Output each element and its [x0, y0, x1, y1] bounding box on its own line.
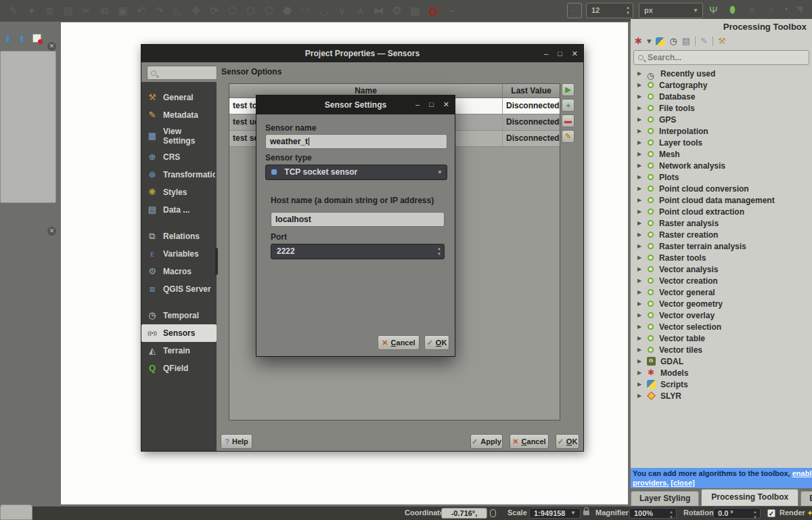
- fill-ring-icon[interactable]: ⬡: [242, 5, 260, 17]
- toolbox-group-models[interactable]: ▶Models: [631, 367, 812, 378]
- sidebar-item-crs[interactable]: ⊕CRS: [141, 148, 217, 166]
- toolbox-group-gdal[interactable]: ▶GDAL: [631, 355, 812, 367]
- minimize-icon[interactable]: –: [544, 50, 548, 58]
- toolbox-group-point-cloud-conversion[interactable]: ▶Point cloud conversion: [631, 183, 812, 194]
- expand-arrow-icon[interactable]: ▶: [637, 347, 642, 353]
- sidebar-item-sensors[interactable]: ((•))Sensors: [141, 324, 217, 342]
- cut-features-icon[interactable]: ✂: [77, 5, 95, 17]
- ok-button[interactable]: ✓ OK: [556, 434, 579, 449]
- close-icon[interactable]: ✕: [572, 50, 578, 58]
- sidebar-item-view-settings[interactable]: ▦View Settings: [141, 124, 217, 148]
- expand-arrow-icon[interactable]: ▶: [637, 70, 642, 77]
- left-panel-close-icon[interactable]: ✕: [47, 42, 56, 51]
- mouse-tracking-icon[interactable]: [490, 509, 496, 517]
- apply-button[interactable]: ✓ Apply: [470, 434, 503, 449]
- sensor-name-input[interactable]: weather_t: [265, 134, 447, 149]
- expand-arrow-icon[interactable]: ▶: [637, 358, 642, 364]
- toolbox-group-mesh[interactable]: ▶Mesh: [631, 148, 812, 160]
- copy-features-icon[interactable]: ⧉: [95, 5, 114, 17]
- toolbox-group-database[interactable]: ▶Database: [631, 91, 812, 102]
- split-parts-icon[interactable]: ⋏: [351, 5, 369, 17]
- close-icon[interactable]: ✕: [443, 101, 449, 108]
- toolbox-group-vector-table[interactable]: ▶Vector table: [631, 332, 812, 344]
- tab-processing-toolbox[interactable]: Processing Toolbox: [701, 489, 798, 506]
- toolbox-group-file-tools[interactable]: ▶File tools: [631, 102, 812, 114]
- coordinate-field[interactable]: -0.716°, 0.933°: [441, 508, 487, 519]
- expand-arrow-icon[interactable]: ▶: [637, 128, 642, 134]
- help-button[interactable]: ? Help: [221, 434, 252, 449]
- toolbox-group-network-analysis[interactable]: ▶Network analysis: [631, 160, 812, 171]
- expand-arrow-icon[interactable]: ▶: [637, 186, 642, 192]
- toolbox-group-cartography[interactable]: ▶Cartography: [631, 79, 812, 91]
- rotate-feature-icon[interactable]: ⟳: [205, 5, 223, 17]
- sidebar-item-general[interactable]: ⚒General: [141, 89, 217, 106]
- offset-curve-icon[interactable]: ◡: [315, 5, 333, 17]
- grid-icon[interactable]: ▦: [406, 5, 424, 17]
- toolbox-group-vector-selection[interactable]: ▶Vector selection: [631, 321, 812, 332]
- expand-arrow-icon[interactable]: ▶: [637, 174, 642, 180]
- remove-layer-icon[interactable]: [32, 34, 41, 43]
- toolbox-group-vector-tiles[interactable]: ▶Vector tiles: [631, 344, 812, 355]
- expand-all-icon[interactable]: ⬇: [4, 34, 12, 44]
- measure-icon[interactable]: ◺: [168, 5, 187, 17]
- expand-arrow-icon[interactable]: ▶: [637, 139, 642, 146]
- spin-arrows-icon[interactable]: ▲▼: [669, 509, 673, 520]
- toolbox-group-raster-tools[interactable]: ▶Raster tools: [631, 252, 812, 263]
- banner-close-link[interactable]: [close]: [671, 479, 694, 487]
- expand-arrow-icon[interactable]: ▶: [637, 82, 642, 88]
- expand-arrow-icon[interactable]: ▶: [637, 393, 642, 399]
- expand-arrow-icon[interactable]: ▶: [637, 232, 642, 238]
- expand-arrow-icon[interactable]: ▶: [637, 197, 642, 203]
- expand-arrow-icon[interactable]: ▶: [637, 370, 642, 376]
- add-ring-icon[interactable]: ⬠: [223, 5, 242, 17]
- toolbox-group-scripts[interactable]: ▶Scripts: [631, 378, 812, 390]
- sidebar-item-data-[interactable]: ▤Data ...: [141, 201, 217, 219]
- models-caret-icon[interactable]: ▾: [647, 37, 652, 46]
- sidebar-item-variables[interactable]: εVariables: [141, 245, 217, 263]
- messages-icon[interactable]: ✦: [807, 508, 812, 518]
- spin-arrows-icon[interactable]: ▲▼: [626, 5, 630, 16]
- tracing-icon[interactable]: ⌁: [443, 5, 461, 17]
- toolbox-group-raster-analysis[interactable]: ▶Raster analysis: [631, 217, 812, 229]
- sidebar-item-macros[interactable]: ⚙Macros: [141, 263, 217, 280]
- expand-arrow-icon[interactable]: ▶: [637, 335, 642, 341]
- expand-arrow-icon[interactable]: ▶: [637, 255, 642, 261]
- toolbox-group-recently-used[interactable]: ▶Recently used: [631, 68, 812, 79]
- expand-arrow-icon[interactable]: ▶: [637, 151, 642, 157]
- sidebar-item-styles[interactable]: ❋Styles: [141, 183, 217, 201]
- move-feature-icon[interactable]: ✥: [187, 5, 205, 17]
- toolbox-group-slyr[interactable]: ▶SLYR: [631, 390, 812, 402]
- toolbox-group-vector-overlay[interactable]: ▶Vector overlay: [631, 309, 812, 321]
- models-menu-icon[interactable]: ✱: [635, 37, 642, 46]
- tab-layer-styling[interactable]: Layer Styling: [631, 491, 699, 506]
- expand-arrow-icon[interactable]: ▶: [637, 381, 642, 387]
- advanced-digitizing-button[interactable]: ·ˑ·: [567, 3, 582, 18]
- toolbox-group-vector-geometry[interactable]: ▶Vector geometry: [631, 298, 812, 309]
- sidebar-item-terrain[interactable]: ◭Terrain: [141, 342, 217, 360]
- sidebar-item-temporal[interactable]: ◷Temporal: [141, 307, 217, 324]
- toolbox-group-interpolation[interactable]: ▶Interpolation: [631, 125, 812, 137]
- properties-titlebar[interactable]: Project Properties — Sensors – □ ✕: [141, 45, 583, 62]
- toolbox-group-gps[interactable]: ▶GPS: [631, 114, 812, 125]
- magnifier-spinbox[interactable]: 100% ▲▼: [629, 508, 677, 519]
- delete-selected-icon[interactable]: ▤: [59, 5, 77, 17]
- scale-lock-icon[interactable]: [583, 511, 589, 515]
- spin-arrows-icon[interactable]: ▲▼: [753, 509, 757, 520]
- expand-arrow-icon[interactable]: ▶: [637, 289, 642, 295]
- expand-arrow-icon[interactable]: ▶: [637, 312, 642, 318]
- toolbox-group-raster-creation[interactable]: ▶Raster creation: [631, 229, 812, 240]
- collapse-all-icon[interactable]: ⬆: [18, 34, 26, 44]
- toolbox-group-point-cloud-extraction[interactable]: ▶Point cloud extraction: [631, 206, 812, 217]
- cancel-button[interactable]: ✕ Cancel: [510, 434, 549, 449]
- expand-arrow-icon[interactable]: ▶: [637, 93, 642, 100]
- spin-arrows-icon[interactable]: ▲▼: [437, 246, 441, 257]
- add-sensor-button[interactable]: ＋: [562, 99, 574, 112]
- ok-button[interactable]: ✓ OK: [424, 335, 449, 350]
- history-icon[interactable]: ◷: [669, 37, 677, 46]
- edit-icon[interactable]: ✎: [700, 37, 708, 46]
- render-checkbox[interactable]: ✓: [767, 509, 775, 517]
- edit-attributes-icon[interactable]: ≣: [41, 5, 59, 17]
- sidebar-item-qfield[interactable]: QQField: [141, 360, 217, 377]
- dropdown-caret-icon[interactable]: ▾: [22, 5, 41, 17]
- sensor-type-combo[interactable]: TCP socket sensor ▼: [265, 165, 447, 180]
